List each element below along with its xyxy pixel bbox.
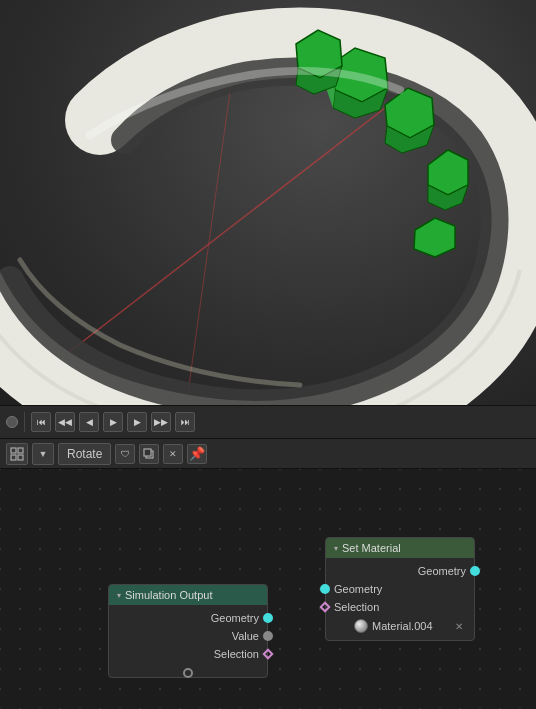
material-row[interactable]: Material.004 ✕ xyxy=(326,616,474,636)
material-remove-button[interactable]: ✕ xyxy=(452,619,466,633)
separator xyxy=(24,412,25,432)
value-label: Value xyxy=(232,630,259,642)
play-button[interactable]: ▶ xyxy=(103,412,123,432)
prev-keyframe-button[interactable]: ◀◀ xyxy=(55,412,75,432)
geometry-in-label: Geometry xyxy=(334,583,382,595)
selection-label: Selection xyxy=(214,648,259,660)
simulation-output-node[interactable]: ▾ Simulation Output Geometry Value Selec… xyxy=(108,584,268,678)
skip-last-button[interactable]: ⏭ xyxy=(175,412,195,432)
next-frame-button[interactable]: ▶ xyxy=(127,412,147,432)
svg-rect-14 xyxy=(11,455,16,460)
geometry-label: Geometry xyxy=(211,612,259,624)
viewport[interactable] xyxy=(0,0,536,405)
shield-icon[interactable]: 🛡 xyxy=(115,444,135,464)
mode-dropdown-icon[interactable]: ▼ xyxy=(32,443,54,465)
material-name: Material.004 xyxy=(372,620,448,632)
next-keyframe-button[interactable]: ▶▶ xyxy=(151,412,171,432)
svg-rect-17 xyxy=(144,449,151,456)
editor-type-icon[interactable] xyxy=(6,443,28,465)
geometry-out-row: Geometry xyxy=(326,562,474,580)
node-editor[interactable]: ▾ Simulation Output Geometry Value Selec… xyxy=(0,469,536,709)
set-material-title: Set Material xyxy=(342,542,401,554)
copy-icon[interactable] xyxy=(139,444,159,464)
simulation-output-title: Simulation Output xyxy=(125,589,212,601)
prev-frame-button[interactable]: ◀ xyxy=(79,412,99,432)
skip-first-button[interactable]: ⏮ xyxy=(31,412,51,432)
collapse-chevron[interactable]: ▾ xyxy=(117,591,121,600)
svg-rect-12 xyxy=(11,448,16,453)
scene-background xyxy=(0,0,536,405)
chain-socket[interactable] xyxy=(183,668,193,678)
geometry-out-label: Geometry xyxy=(418,565,466,577)
geometry-output-socket[interactable] xyxy=(263,613,273,623)
mode-toolbar: ▼ Rotate 🛡 ✕ 📌 xyxy=(0,439,536,469)
geometry-out-socket[interactable] xyxy=(470,566,480,576)
svg-rect-13 xyxy=(18,448,23,453)
record-button[interactable] xyxy=(6,416,18,428)
selection-in-label: Selection xyxy=(334,601,379,613)
close-icon[interactable]: ✕ xyxy=(163,444,183,464)
geometry-output-row: Geometry xyxy=(109,609,267,627)
mode-label[interactable]: Rotate xyxy=(58,443,111,465)
selection-in-row: Selection xyxy=(326,598,474,616)
selection-output-row: Selection xyxy=(109,645,267,663)
svg-rect-15 xyxy=(18,455,23,460)
geometry-in-socket[interactable] xyxy=(320,584,330,594)
pin-icon[interactable]: 📌 xyxy=(187,444,207,464)
set-material-node[interactable]: ▾ Set Material Geometry Geometry Selecti… xyxy=(325,537,475,641)
set-material-header[interactable]: ▾ Set Material xyxy=(326,538,474,558)
material-swatch xyxy=(354,619,368,633)
playback-toolbar: ⏮ ◀◀ ◀ ▶ ▶ ▶▶ ⏭ xyxy=(0,405,536,439)
value-output-socket[interactable] xyxy=(263,631,273,641)
simulation-output-header[interactable]: ▾ Simulation Output xyxy=(109,585,267,605)
value-output-row: Value xyxy=(109,627,267,645)
simulation-output-body: Geometry Value Selection xyxy=(109,605,267,677)
geometry-in-row: Geometry xyxy=(326,580,474,598)
collapse-chevron[interactable]: ▾ xyxy=(334,544,338,553)
set-material-body: Geometry Geometry Selection Material.004… xyxy=(326,558,474,640)
